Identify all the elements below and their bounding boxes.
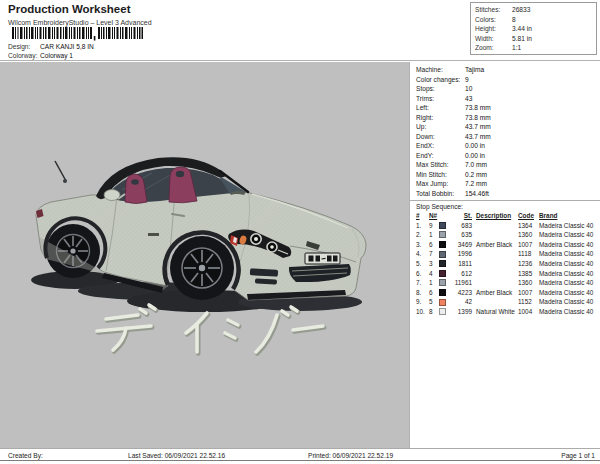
stop-sequence-row: 10.81399Natural White1004Madeira Classic… [416,307,600,317]
swatch-cell [439,270,451,277]
stat-label: Height: [475,24,512,34]
info-row: Trims:43 [416,94,600,104]
last-saved-text: Last Saved: 06/09/2021 22.52.16 [128,452,225,459]
info-row: Right:73.8 mm [416,113,600,123]
thread-description: Amber Black [474,288,518,298]
page-title: Production Worksheet [8,3,130,15]
stitch-count: 683 [451,221,474,231]
info-row: Machine:Tajima [416,65,600,75]
info-row: Down:43.7 mm [416,132,600,142]
footer: Created By: Last Saved: 06/09/2021 22.52… [0,448,600,464]
machine-label: EndY: [416,151,465,161]
thread-brand: Madeira Classic 40 [539,307,600,317]
swatch-cell [439,308,451,315]
machine-label: Min Stitch: [416,170,465,180]
swatch-cell [439,251,451,258]
machine-label: EndX: [416,141,465,151]
stitch-count: 1399 [451,307,474,317]
machine-value: 43.7 mm [465,132,491,142]
machine-label: Trims: [416,94,465,104]
needle-num: 1 [429,230,439,240]
info-row: Max Jump:7.2 mm [416,179,600,189]
thread-color-swatch [439,289,446,296]
info-row: Colors:8 [475,15,596,25]
thread-code: 1007 [518,288,539,298]
info-row: Height:3.44 in [475,24,596,34]
front-wheel [170,236,234,300]
thread-code: 1004 [518,307,539,317]
thread-color-swatch [439,299,446,306]
thread-description: Amber Black [474,240,518,250]
side-badge [148,233,159,236]
swatch-cell [439,289,451,296]
col-header-num: # [416,211,429,221]
thread-brand: Madeira Classic 40 [539,249,600,259]
machine-value: 0.00 in [465,141,485,151]
swatch-cell [439,241,451,248]
stitch-count: 1996 [451,249,474,259]
machine-label: Right: [416,113,465,123]
stitch-count: 42 [451,297,474,307]
machine-info-list: Machine:TajimaColor changes:9Stops:10Tri… [410,62,600,198]
swatch-cell [439,260,451,267]
needle-num: 1 [429,278,439,288]
thread-code: 1152 [518,297,539,307]
thread-code: 1118 [518,249,539,259]
stat-label: Zoom: [475,43,512,53]
design-value: CAR KANJI 5,8 IN [40,43,94,50]
swatch-cell [439,222,451,229]
machine-value: 43.7 mm [465,122,491,132]
design-label: Design: [8,43,40,50]
stat-label: Stitches: [475,5,512,15]
machine-value: 154.46ft [465,189,489,199]
info-row: Stops:10 [416,84,600,94]
info-row: Total Bobbin:154.46ft [416,189,600,199]
kanji-embroidery-text [97,305,324,354]
software-subtitle: Wilcom EmbroideryStudio – Level 3 Advanc… [8,19,152,26]
thread-brand: Madeira Classic 40 [539,297,600,307]
machine-label: Stops: [416,84,465,94]
design-canvas: デイジー [0,62,409,448]
stop-num: 7. [416,278,429,288]
design-row: Design: CAR KANJI 5,8 IN [8,43,94,50]
side-mirror [104,190,120,201]
machine-value: 7.2 mm [465,179,487,189]
machine-value: 0.2 mm [465,170,487,180]
machine-value: 73.8 mm [465,113,491,123]
stop-num: 1. [416,221,429,231]
stat-label: Colors: [475,15,512,25]
stat-value: 5.81 in [512,34,532,44]
stitch-count: 3469 [451,240,474,250]
colorway-value: Colorway 1 [40,52,73,59]
info-row: Stitches:26833 [475,5,596,15]
stop-sequence-row: 5.318111236Madeira Classic 40 [416,259,600,269]
needle-num: 3 [429,259,439,269]
stitch-count: 612 [451,269,474,279]
thread-code: 1236 [518,259,539,269]
thread-color-swatch [439,270,446,277]
stitch-count: 1811 [451,259,474,269]
needle-num: 6 [429,288,439,298]
colorway-label: Colorway: [8,52,40,59]
stop-sequence-row: 1.96831364Madeira Classic 40 [416,221,600,231]
swatch-cell [439,299,451,306]
machine-value: 0.00 in [465,151,485,161]
stat-value: 8 [512,15,516,25]
thread-color-swatch [439,241,446,248]
stop-sequence-row: 3.63469Amber Black1007Madeira Classic 40 [416,240,600,250]
machine-label: Max Stitch: [416,160,465,170]
thread-color-swatch [439,308,446,315]
col-header-description: Description [474,211,518,221]
printed-text: Printed: 06/09/2021 22.52.19 [308,452,393,459]
stop-num: 6. [416,269,429,279]
machine-value: 43 [465,94,472,104]
stop-num: 3. [416,240,429,250]
thread-brand: Madeira Classic 40 [539,288,600,298]
thread-brand: Madeira Classic 40 [539,230,600,240]
thread-brand: Madeira Classic 40 [539,269,600,279]
stop-sequence-row: 4.719961118Madeira Classic 40 [416,249,600,259]
needle-num: 7 [429,249,439,259]
thread-color-swatch [439,231,446,238]
stop-num: 4. [416,249,429,259]
production-worksheet-page: Production Worksheet Wilcom EmbroiderySt… [0,0,600,464]
